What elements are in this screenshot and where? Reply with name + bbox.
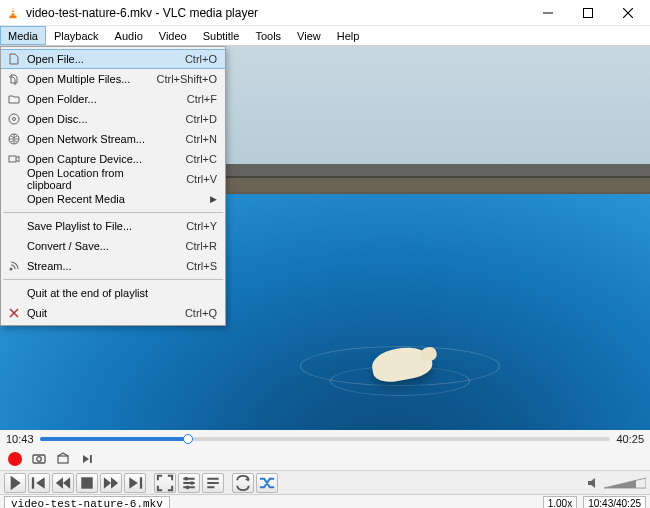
menu-item-label: Open Multiple Files... [23,73,156,85]
menu-tools[interactable]: Tools [247,26,289,45]
volume-slider[interactable] [604,476,646,490]
menu-item-open-recent-media[interactable]: Open Recent Media▶ [1,189,225,209]
play-button[interactable] [4,473,26,493]
menu-item-quit[interactable]: QuitCtrl+Q [1,303,225,323]
network-icon [5,133,23,145]
menu-view[interactable]: View [289,26,329,45]
menu-item-open-disc[interactable]: Open Disc...Ctrl+D [1,109,225,129]
maximize-button[interactable] [568,0,608,26]
rewind-button[interactable] [52,473,74,493]
menu-playback[interactable]: Playback [46,26,107,45]
svg-rect-3 [584,8,593,17]
menu-item-shortcut: Ctrl+Shift+O [156,73,217,85]
disc-icon [5,113,23,125]
svg-rect-13 [32,477,34,488]
window-title: video-test-nature-6.mkv - VLC media play… [26,6,528,20]
svg-point-4 [9,114,19,124]
menu-item-open-capture-device[interactable]: Open Capture Device...Ctrl+C [1,149,225,169]
svg-rect-12 [90,455,92,463]
menu-video[interactable]: Video [151,26,195,45]
vlc-cone-icon [6,6,20,20]
stream-icon [5,260,23,272]
prev-chapter-button[interactable] [28,473,50,493]
menu-media[interactable]: Media [0,26,46,45]
menu-item-open-location-from-clipboard[interactable]: Open Location from clipboardCtrl+V [1,169,225,189]
volume-control[interactable] [586,476,646,490]
svg-rect-0 [10,15,17,18]
menu-item-save-playlist-to-file[interactable]: Save Playlist to File...Ctrl+Y [1,216,225,236]
menu-item-label: Open Network Stream... [23,133,157,145]
svg-point-18 [186,485,190,489]
menu-item-shortcut: Ctrl+N [157,133,217,145]
status-time[interactable]: 10:43/40:25 [583,496,646,508]
files-icon [5,73,23,85]
svg-point-16 [184,476,188,480]
svg-rect-15 [140,477,142,488]
menu-item-shortcut: Ctrl+S [157,260,217,272]
seek-slider[interactable] [40,437,611,441]
shuffle-button[interactable] [256,473,278,493]
menu-item-open-file[interactable]: Open File...Ctrl+O [1,49,225,69]
menu-item-quit-at-the-end-of-playlist[interactable]: Quit at the end of playlist [1,283,225,303]
menu-item-label: Open Recent Media [23,193,210,205]
menu-item-label: Open File... [23,53,157,65]
menu-item-label: Open Location from clipboard [23,167,157,191]
time-current[interactable]: 10:43 [6,433,34,445]
menu-item-label: Open Folder... [23,93,157,105]
svg-point-8 [10,268,13,271]
minimize-button[interactable] [528,0,568,26]
menu-item-shortcut: Ctrl+F [157,93,217,105]
menu-audio[interactable]: Audio [107,26,151,45]
speaker-icon [586,476,600,490]
menu-item-shortcut: Ctrl+C [157,153,217,165]
menu-item-shortcut: Ctrl+R [157,240,217,252]
frame-step-button[interactable] [78,450,96,468]
svg-point-5 [13,118,16,121]
menu-item-shortcut: Ctrl+Q [157,307,217,319]
stop-button[interactable] [76,473,98,493]
menu-item-shortcut: Ctrl+Y [157,220,217,232]
video-area[interactable]: Open File...Ctrl+OOpen Multiple Files...… [0,46,650,430]
status-bar: video-test-nature-6.mkv 1.00x 10:43/40:2… [0,494,650,508]
menu-item-label: Open Capture Device... [23,153,157,165]
menu-item-shortcut: Ctrl+O [157,53,217,65]
menu-item-label: Quit at the end of playlist [23,287,157,299]
loop-button[interactable] [232,473,254,493]
menu-item-label: Open Disc... [23,113,157,125]
menu-subtitle[interactable]: Subtitle [195,26,248,45]
menu-item-label: Quit [23,307,157,319]
menu-item-label: Stream... [23,260,157,272]
svg-point-10 [37,457,42,462]
submenu-arrow-icon: ▶ [210,194,217,204]
menu-item-open-multiple-files[interactable]: Open Multiple Files...Ctrl+Shift+O [1,69,225,89]
menu-item-shortcut: Ctrl+V [157,173,217,185]
menu-help[interactable]: Help [329,26,368,45]
menu-item-stream[interactable]: Stream...Ctrl+S [1,256,225,276]
menu-item-open-network-stream[interactable]: Open Network Stream...Ctrl+N [1,129,225,149]
time-total[interactable]: 40:25 [616,433,644,445]
quit-icon [5,307,23,319]
next-chapter-button[interactable] [124,473,146,493]
fullscreen-button[interactable] [154,473,176,493]
record-button[interactable] [6,450,24,468]
record-toolbar [0,448,650,470]
snapshot-button[interactable] [30,450,48,468]
playlist-button[interactable] [202,473,224,493]
svg-rect-2 [11,12,15,13]
loop-a-b-button[interactable] [54,450,72,468]
extended-settings-button[interactable] [178,473,200,493]
menu-item-label: Save Playlist to File... [23,220,157,232]
menu-item-convert-save[interactable]: Convert / Save...Ctrl+R [1,236,225,256]
folder-icon [5,93,23,105]
capture-icon [5,153,23,165]
svg-rect-11 [58,456,68,463]
media-dropdown: Open File...Ctrl+OOpen Multiple Files...… [0,46,226,326]
menu-item-shortcut: Ctrl+D [157,113,217,125]
menu-item-open-folder[interactable]: Open Folder...Ctrl+F [1,89,225,109]
close-button[interactable] [608,0,648,26]
forward-button[interactable] [100,473,122,493]
seek-row: 10:43 40:25 [0,430,650,448]
status-speed[interactable]: 1.00x [543,496,577,508]
file-icon [5,53,23,65]
menu-bar: Media Playback Audio Video Subtitle Tool… [0,26,650,46]
